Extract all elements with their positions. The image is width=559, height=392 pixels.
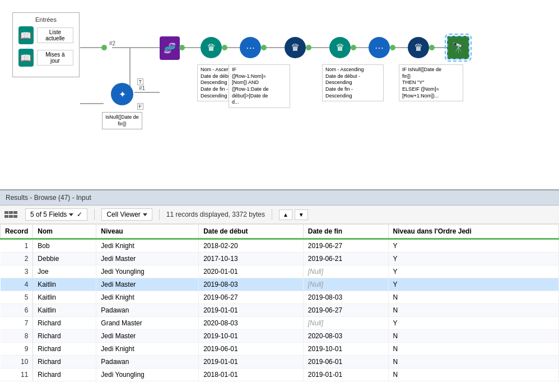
cell-niveau-jedi: Y bbox=[388, 253, 559, 265]
cell-niveau-jedi: N bbox=[388, 330, 559, 343]
browse-node[interactable]: 🔭 bbox=[447, 36, 469, 59]
table-row[interactable]: 7 Richard Grand Master 2020-08-03 [Null]… bbox=[1, 317, 559, 330]
cell-date-fin: [Null] bbox=[303, 265, 388, 278]
join-node[interactable]: ♛ bbox=[285, 37, 306, 58]
cell-date-fin: 2019-06-27 bbox=[303, 239, 388, 253]
cell-record: 11 bbox=[1, 368, 33, 381]
table-row[interactable]: 5 Kaitlin Jedi Knight 2019-06-27 2019-08… bbox=[1, 291, 559, 304]
icon-sq-4 bbox=[4, 215, 8, 218]
cell-niveau: Jedi Master bbox=[96, 278, 199, 291]
table-row[interactable]: 10 Richard Padawan 2019-01-01 2019-06-01… bbox=[1, 356, 559, 368]
cell-record: 8 bbox=[1, 330, 33, 343]
cell-viewer-label: Cell Viewer bbox=[106, 211, 140, 218]
cell-date-debut: 2019-01-01 bbox=[199, 356, 304, 368]
cell-niveau: Jedi Youngling bbox=[96, 265, 199, 278]
cell-niveau-jedi: Y bbox=[388, 317, 559, 330]
table-row[interactable]: 3 Joe Jedi Youngling 2020-01-01 [Null] Y bbox=[1, 265, 559, 278]
toolbar-row-1 bbox=[4, 211, 17, 214]
multirow1-node[interactable]: ⋯ bbox=[240, 37, 261, 58]
entrees-item-mises[interactable]: 📖 Mises à jour bbox=[18, 49, 73, 67]
col-header-nom: Nom bbox=[33, 225, 96, 239]
sort2-node[interactable]: ♛ bbox=[329, 37, 351, 58]
cell-niveau-jedi: Y bbox=[388, 265, 559, 278]
connector-dot-8 bbox=[429, 45, 435, 50]
cell-nom: Joe bbox=[33, 265, 96, 278]
cell-record: 2 bbox=[1, 253, 33, 265]
cell-niveau-jedi: Y bbox=[388, 278, 559, 291]
icon-sq-2 bbox=[9, 211, 13, 214]
filter-label: IsNull([Date de fin]) bbox=[102, 112, 142, 129]
cell-date-fin: [Null] bbox=[303, 278, 388, 291]
cell-date-debut: 2017-10-13 bbox=[199, 253, 304, 265]
tag-1-label: #1 bbox=[139, 85, 145, 91]
cell-niveau: Padawan bbox=[96, 356, 199, 368]
nav-arrows-group: ▲ ▼ bbox=[279, 209, 308, 220]
cell-nom: Kaitlin bbox=[33, 291, 96, 304]
fields-arrow-icon bbox=[69, 213, 73, 216]
cell-record: 6 bbox=[1, 304, 33, 317]
data-table: Record Nom Niveau Date de début Date de … bbox=[0, 224, 559, 381]
cell-record: 7 bbox=[1, 317, 33, 330]
table-row[interactable]: 11 Richard Jedi Youngling 2018-01-01 201… bbox=[1, 368, 559, 381]
results-panel: Results - Browse (47) - Input 5 of 5 Fie… bbox=[0, 190, 559, 392]
book-icon-mises: 📖 bbox=[18, 49, 34, 67]
toolbar-icon-group bbox=[4, 211, 17, 218]
table-row[interactable]: 6 Kaitlin Padawan 2019-01-01 2019-06-27 … bbox=[1, 304, 559, 317]
table-row[interactable]: 4 Kaitlin Jedi Master 2019-08-03 [Null] … bbox=[1, 278, 559, 291]
col-header-record: Record bbox=[1, 225, 33, 239]
table-row[interactable]: 2 Debbie Jedi Master 2017-10-13 2019-06-… bbox=[1, 253, 559, 265]
nav-down-button[interactable]: ▼ bbox=[295, 209, 308, 220]
cell-nom: Kaitlin bbox=[33, 278, 96, 291]
cell-niveau-jedi: N bbox=[388, 304, 559, 317]
cell-niveau: Jedi Knight bbox=[96, 291, 199, 304]
table-row[interactable]: 8 Richard Jedi Master 2019-10-01 2020-08… bbox=[1, 330, 559, 343]
book-icon-liste: 📖 bbox=[18, 26, 34, 44]
data-table-wrapper: Record Nom Niveau Date de début Date de … bbox=[0, 224, 559, 392]
cell-record: 3 bbox=[1, 265, 33, 278]
cell-viewer-button[interactable]: Cell Viewer bbox=[101, 208, 152, 221]
multirow2-node[interactable]: ⋯ bbox=[369, 37, 390, 58]
cell-date-debut: 2020-01-01 bbox=[199, 265, 304, 278]
cell-record: 4 bbox=[1, 278, 33, 291]
formula-label-box: IF IsNull([Date defin])THEN "Y"ELSEIF ([… bbox=[399, 64, 463, 101]
sort1-node[interactable]: ♛ bbox=[201, 37, 222, 58]
cell-niveau-jedi: N bbox=[388, 343, 559, 356]
cell-date-fin: 2019-06-27 bbox=[303, 304, 388, 317]
cell-niveau: Jedi Master bbox=[96, 330, 199, 343]
cell-niveau: Grand Master bbox=[96, 317, 199, 330]
cell-date-fin: [Null] bbox=[303, 317, 388, 330]
table-row[interactable]: 1 Bob Jedi Knight 2018-02-20 2019-06-27 … bbox=[1, 239, 559, 253]
icon-sq-3 bbox=[13, 211, 17, 214]
entrees-box: Entrées 📖 Liste actuelle 📖 Mises à jour bbox=[12, 12, 80, 77]
connector-dot-1 bbox=[101, 45, 107, 50]
entrees-item-liste[interactable]: 📖 Liste actuelle bbox=[18, 26, 73, 44]
join-condition-box: IF([Row-1:Nom]=[Nom]) AND([Row-1:Date de… bbox=[229, 64, 290, 108]
filter-t-label: T bbox=[137, 78, 144, 85]
toolbar-separator-3 bbox=[272, 209, 272, 220]
nav-up-button[interactable]: ▲ bbox=[279, 209, 292, 220]
col-header-date-debut: Date de début bbox=[199, 225, 304, 239]
filter-f-label: F bbox=[137, 103, 144, 110]
sort2-label-box: Nom - AscendingDate de début -Descending… bbox=[322, 64, 384, 101]
cell-date-debut: 2018-01-01 bbox=[199, 368, 304, 381]
workflow-canvas: Entrées 📖 Liste actuelle 📖 Mises à jour … bbox=[0, 0, 559, 190]
cell-date-fin: 2019-06-21 bbox=[303, 253, 388, 265]
connector-dot-5 bbox=[306, 45, 311, 50]
dna-node[interactable]: 🧬 bbox=[160, 36, 180, 60]
connector-dot-4 bbox=[261, 45, 267, 50]
table-header: Record Nom Niveau Date de début Date de … bbox=[1, 225, 559, 239]
connector-dot-7 bbox=[390, 45, 395, 50]
cell-nom: Kaitlin bbox=[33, 304, 96, 317]
table-row[interactable]: 9 Richard Jedi Knight 2019-06-01 2019-10… bbox=[1, 343, 559, 356]
cell-viewer-arrow-icon bbox=[143, 213, 147, 216]
filter-node[interactable]: ✦ T F IsNull([Date de fin]) bbox=[111, 83, 142, 129]
cell-date-debut: 2019-08-03 bbox=[199, 278, 304, 291]
cell-niveau: Jedi Knight bbox=[96, 239, 199, 253]
mises-a-jour-label: Mises à jour bbox=[37, 50, 73, 66]
fields-button[interactable]: 5 of 5 Fields ✓ bbox=[25, 208, 87, 221]
cell-date-debut: 2019-06-27 bbox=[199, 291, 304, 304]
navy2-node[interactable]: ♛ bbox=[408, 37, 429, 58]
cell-nom: Richard bbox=[33, 317, 96, 330]
results-toolbar: 5 of 5 Fields ✓ Cell Viewer 11 records d… bbox=[0, 206, 559, 224]
cell-niveau: Jedi Youngling bbox=[96, 368, 199, 381]
